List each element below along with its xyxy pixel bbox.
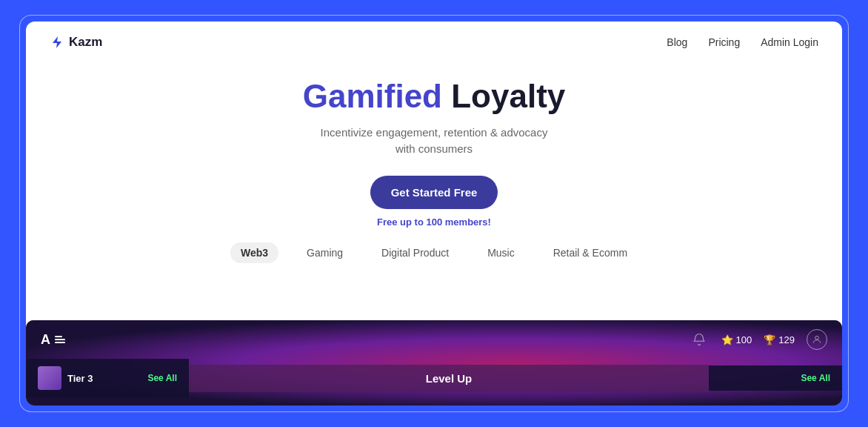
logo-text: Kazm (69, 35, 102, 50)
demo-trophy-badge: 🏆 129 (764, 334, 795, 345)
tab-web3[interactable]: Web3 (230, 242, 278, 263)
demo-level-up-item: Level Up (189, 365, 709, 392)
demo-panel: A ⭐ 100 (26, 320, 842, 406)
tier-label: Tier 3 (67, 373, 141, 384)
points-value: 100 (736, 334, 752, 345)
nav-blog[interactable]: Blog (667, 36, 687, 48)
points-star-icon: ⭐ (721, 334, 733, 345)
logo[interactable]: Kazm (50, 35, 102, 50)
tab-gaming[interactable]: Gaming (296, 242, 353, 263)
hero-title: Gamified Loyalty (303, 78, 566, 116)
nav-pricing[interactable]: Pricing (708, 36, 740, 48)
level-up-label: Level Up (426, 372, 473, 385)
cta-subtitle: Free up to 100 members! (377, 216, 491, 228)
hero-title-gamified: Gamified (303, 78, 442, 114)
nav-links: Blog Pricing Admin Login (667, 36, 818, 48)
hero-title-loyalty: Loyalty (442, 78, 565, 114)
hero-subtitle-line2: with consumers (395, 142, 473, 155)
right-see-all[interactable]: See All (801, 373, 830, 383)
category-tabs: Web3 Gaming Digital Product Music Retail… (230, 242, 638, 263)
notification-icon[interactable] (689, 329, 710, 350)
trophy-icon: 🏆 (764, 334, 775, 345)
demo-nav-right: ⭐ 100 🏆 129 (689, 329, 827, 350)
demo-logo: A (41, 332, 65, 348)
demo-tier-item: Tier 3 See All (26, 359, 189, 397)
demo-points-badge: ⭐ 100 (721, 334, 752, 345)
hero-section: Gamified Loyalty Incentivize engagement,… (26, 63, 842, 320)
tab-music[interactable]: Music (477, 242, 525, 263)
trophy-value: 129 (778, 334, 795, 345)
tab-digital-product[interactable]: Digital Product (371, 242, 459, 263)
nav-admin-login[interactable]: Admin Login (761, 36, 818, 48)
demo-logo-lines-icon (55, 336, 65, 343)
demo-avatar[interactable] (807, 329, 827, 350)
hero-subtitle-line1: Incentivize engagement, retention & advo… (321, 126, 548, 139)
demo-footer-bar: Tier 3 See All Level Up See All (26, 359, 842, 397)
outer-wrapper: Kazm Blog Pricing Admin Login Gamified L… (19, 15, 849, 412)
demo-right-item: See All (709, 365, 842, 391)
tier-see-all[interactable]: See All (147, 373, 177, 383)
svg-point-0 (815, 336, 819, 340)
cta-button[interactable]: Get Started Free (370, 176, 498, 209)
demo-logo-letter: A (41, 332, 50, 348)
tab-retail-ecomm[interactable]: Retail & Ecomm (543, 242, 638, 263)
demo-header: A ⭐ 100 (26, 320, 842, 359)
hero-subtitle: Incentivize engagement, retention & advo… (321, 125, 548, 158)
navbar: Kazm Blog Pricing Admin Login (26, 21, 842, 63)
logo-icon (50, 35, 64, 50)
tier-image (38, 366, 61, 390)
inner-card: Kazm Blog Pricing Admin Login Gamified L… (26, 21, 842, 406)
